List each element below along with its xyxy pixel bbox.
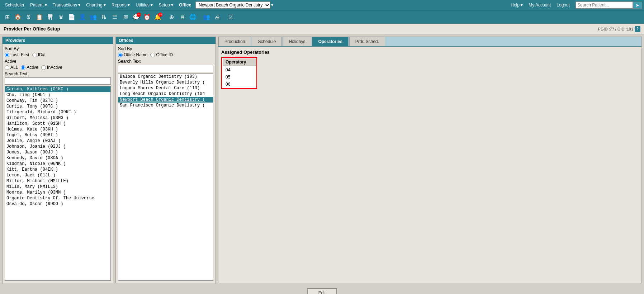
- provider-list-item[interactable]: Curtis, Tony (00TC ): [5, 104, 110, 109]
- nav-charting[interactable]: Charting ▾: [83, 1, 109, 9]
- provider-list-item[interactable]: Johnson, Joanie (02JJ ): [5, 144, 110, 150]
- toolbar-list-icon[interactable]: ☰: [110, 12, 120, 22]
- toolbar-rx-icon[interactable]: ℞: [99, 12, 109, 22]
- toolbar-chat-icon[interactable]: 💬 4: [131, 12, 141, 22]
- toolbar-form-icon[interactable]: 📄: [67, 12, 77, 22]
- nav-reports[interactable]: Reports ▾: [109, 1, 133, 9]
- active-active-option[interactable]: Active: [21, 65, 38, 70]
- sort-id-label: ID#: [38, 52, 45, 57]
- office-dropdown[interactable]: Newport Beach Organic Dentistry: [195, 1, 270, 9]
- office-sort-name-option[interactable]: Office Name: [118, 52, 147, 57]
- bottom-bar: Edit: [0, 285, 644, 294]
- provider-list-item[interactable]: Hamilton, Scott (01SH ): [5, 121, 110, 127]
- toolbar-clock-icon[interactable]: ⏰: [142, 12, 152, 22]
- toolbar-crown-icon[interactable]: ♛: [56, 12, 66, 22]
- tab-production[interactable]: Production: [218, 37, 251, 46]
- office-list-item[interactable]: Laguna Shores Dental Care (113): [118, 85, 213, 91]
- sort-last-first-radio[interactable]: [5, 53, 9, 57]
- office-sort-id-radio[interactable]: [150, 53, 155, 57]
- toolbar-dollar-icon[interactable]: $: [24, 12, 34, 22]
- tab-schedule[interactable]: Schedule: [252, 37, 282, 46]
- office-list-item[interactable]: Balboa Organic Dentistry (103): [118, 74, 213, 80]
- tab-prdr-sched[interactable]: Prdr. Sched.: [349, 37, 385, 46]
- operatory-rows: 040506: [223, 67, 256, 87]
- sort-id-radio[interactable]: [32, 53, 37, 57]
- offices-sort-by-label: Sort By: [118, 46, 213, 51]
- office-list-item[interactable]: Beverly Hills Organic Dentistry (: [118, 80, 213, 85]
- nav-transactions[interactable]: Transactions ▾: [50, 1, 84, 9]
- tab-bar: Production Schedule Holidays Operatories…: [218, 37, 641, 47]
- toolbar-favorite-icon[interactable]: ☑: [226, 12, 236, 22]
- toolbar-tooth-icon[interactable]: 🦷: [45, 12, 55, 22]
- nav-patient[interactable]: Patient ▾: [27, 1, 50, 9]
- provider-list-item[interactable]: Holmes, Kate (03KH ): [5, 127, 110, 132]
- sort-last-first-option[interactable]: Last, First: [5, 52, 29, 57]
- sort-by-label: Sort By: [5, 46, 111, 51]
- provider-list-item[interactable]: Ingel, Betsy (09BI ): [5, 132, 110, 138]
- top-nav-right: Help ▾ My Account Logout ➤: [508, 1, 642, 9]
- provider-list-item[interactable]: Osvaldo, Oscar (99OO ): [5, 201, 110, 207]
- offices-list[interactable]: Balboa Organic Dentistry (103)Beverly Hi…: [118, 74, 213, 281]
- toolbar-screen-icon[interactable]: 🖥: [177, 12, 187, 22]
- toolbar-alert-icon[interactable]: 🔔 14: [153, 12, 163, 22]
- active-all-radio[interactable]: [5, 65, 9, 70]
- provider-search-input[interactable]: [5, 77, 111, 85]
- provider-list-item[interactable]: Mills, Mary (MMILLS): [5, 184, 110, 190]
- provider-list-item[interactable]: Gilbert, Melissa (03MG ): [5, 115, 110, 121]
- nav-my-account[interactable]: My Account: [526, 1, 554, 9]
- toolbar-group-icon[interactable]: 👥: [202, 12, 212, 22]
- office-list-item[interactable]: San Francisco Organic Dentistry (: [118, 103, 213, 108]
- search-patient-input[interactable]: [576, 1, 633, 9]
- provider-list-item[interactable]: Joelie, Angie (03AJ ): [5, 138, 110, 144]
- offices-search-input[interactable]: [118, 65, 213, 72]
- provider-list-item[interactable]: Chu, Ling (CHU1 ): [5, 92, 110, 98]
- tab-operatories[interactable]: Operatories: [312, 37, 348, 46]
- page-help-icon[interactable]: ?: [635, 26, 640, 32]
- toolbar-clipboard-icon[interactable]: 📋: [34, 12, 44, 22]
- office-sort-name-radio[interactable]: [118, 53, 123, 57]
- active-all-option[interactable]: ALL: [5, 65, 18, 70]
- offices-panel: Offices Sort By Office Name Office ID Se…: [115, 37, 216, 283]
- office-sort-name-label: Office Name: [124, 52, 147, 57]
- office-selector[interactable]: Newport Beach Organic Dentistry ▾: [195, 1, 273, 9]
- provider-list-item[interactable]: Lemon, Jack (01JL ): [5, 172, 110, 178]
- provider-list-item[interactable]: Miller, Michael (MMILLE): [5, 178, 110, 184]
- provider-list-item[interactable]: Jones, Jason (00JJ ): [5, 150, 110, 155]
- sort-id-option[interactable]: ID#: [32, 52, 45, 57]
- provider-list-item[interactable]: Connway, Tim (02TC ): [5, 98, 110, 104]
- provider-list-item[interactable]: Kitt, Eartha (04EK ): [5, 167, 110, 172]
- offices-panel-body: Sort By Office Name Office ID Search Tex…: [116, 44, 216, 283]
- chat-badge: 4: [137, 13, 141, 17]
- page-header: Provider Per Office Setup PGID :77 / OID…: [0, 24, 644, 34]
- office-list-item[interactable]: Newport Beach Organic Dentistry (: [118, 97, 213, 103]
- edit-button[interactable]: Edit: [307, 288, 337, 294]
- search-patient-button[interactable]: ➤: [633, 2, 642, 9]
- provider-list-item[interactable]: Organic Dentistry Of, The Universe: [5, 195, 110, 201]
- office-sort-id-option[interactable]: Office ID: [150, 52, 172, 57]
- toolbar-globe-icon[interactable]: 🌐: [188, 12, 198, 22]
- nav-logout[interactable]: Logout: [554, 1, 573, 9]
- toolbar-tooth2-icon[interactable]: ⊕: [166, 12, 176, 22]
- toolbar-grid-icon[interactable]: ⊞: [2, 12, 12, 22]
- toolbar-print-icon[interactable]: 🖨: [212, 12, 222, 22]
- toolbar-mail-icon[interactable]: ✉: [120, 12, 131, 22]
- nav-utilities[interactable]: Utilities ▾: [133, 1, 156, 9]
- toolbar-home-icon[interactable]: 🏠: [13, 12, 23, 22]
- nav-office[interactable]: Office: [176, 1, 194, 9]
- nav-help[interactable]: Help ▾: [508, 1, 526, 9]
- nav-setup[interactable]: Setup ▾: [156, 1, 176, 9]
- provider-list-item[interactable]: Kennedy, David (08DA ): [5, 155, 110, 161]
- active-inactive-radio[interactable]: [41, 65, 46, 70]
- active-active-radio[interactable]: [21, 65, 25, 70]
- toolbar-persons-icon[interactable]: 👥: [88, 12, 98, 22]
- active-inactive-option[interactable]: InActive: [41, 65, 62, 70]
- toolbar-person-icon[interactable]: 👤: [77, 12, 87, 22]
- provider-list-item[interactable]: Carson, Kathleen (01KC ): [5, 86, 110, 92]
- provider-list-item[interactable]: Monroe, Marilyn (03MM ): [5, 190, 110, 195]
- provider-list-item[interactable]: Kiddman, Nicole (06NK ): [5, 161, 110, 167]
- nav-scheduler[interactable]: Scheduler: [2, 1, 27, 9]
- provider-list-item[interactable]: Fitzgerald, Richard (09RF ): [5, 109, 110, 115]
- tab-holidays[interactable]: Holidays: [283, 37, 311, 46]
- office-list-item[interactable]: Long Beach Organic Dentistry (104: [118, 91, 213, 97]
- provider-list[interactable]: Carson, Kathleen (01KC )Chu, Ling (CHU1 …: [5, 86, 111, 281]
